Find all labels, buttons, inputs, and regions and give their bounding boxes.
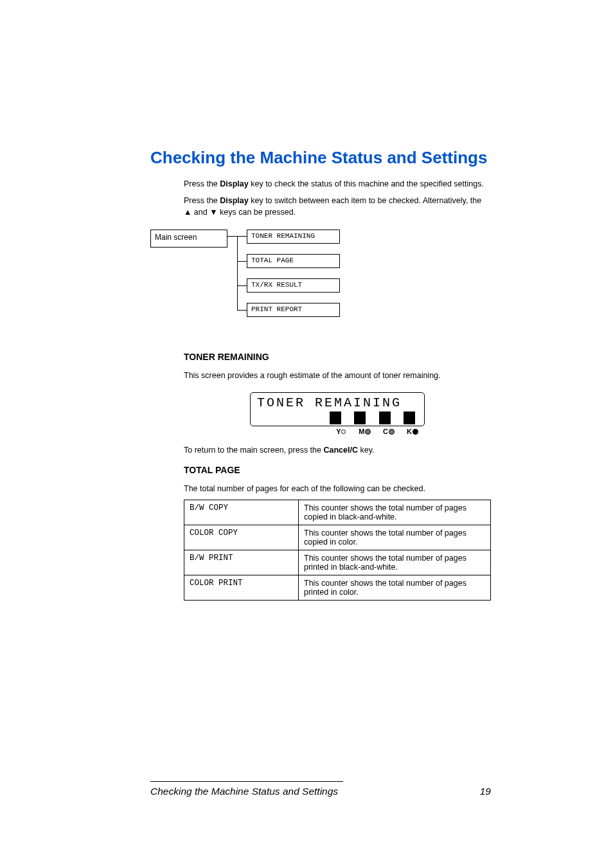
legend-y: Y [330, 428, 352, 435]
toner-bar-y [330, 411, 341, 424]
counter-code: B/W PRINT [184, 550, 299, 575]
return-main-note: To return to the main screen, press the … [184, 444, 491, 456]
counter-code: COLOR PRINT [184, 575, 299, 600]
node-print-report: PRINT REPORT [247, 303, 340, 317]
intro-paragraph-1: Press the Display key to check the statu… [184, 178, 491, 190]
counter-desc: This counter shows the total number of p… [299, 500, 491, 525]
counter-desc: This counter shows the total number of p… [299, 575, 491, 600]
half-circle-icon [365, 429, 371, 435]
main-screen-box: Main screen [150, 230, 227, 248]
total-page-table: B/W COPY This counter shows the total nu… [184, 500, 491, 601]
connector-line [237, 236, 238, 310]
lcd-bars [257, 411, 418, 424]
text: key. [358, 446, 374, 455]
connector-line [237, 285, 247, 286]
table-row: COLOR COPY This counter shows the total … [184, 525, 491, 550]
heading-total-page: TOTAL PAGE [184, 465, 491, 475]
page-footer: Checking the Machine Status and Settings… [150, 781, 491, 797]
text: Press the [184, 196, 220, 205]
menu-tree-diagram: Main screen TONER REMAINING TOTAL PAGE T… [150, 227, 491, 336]
text: key to check the status of this machine … [249, 179, 484, 188]
display-key-label: Display [220, 196, 248, 205]
legend-label: K [407, 428, 412, 435]
display-key-label: Display [220, 179, 248, 188]
heading-toner-remaining: TONER REMAINING [184, 352, 491, 362]
connector-line [237, 261, 247, 262]
total-page-desc: The total number of pages for each of th… [184, 483, 491, 494]
text: To return to the main screen, press the [184, 446, 323, 455]
cancel-key-label: Cancel/C [323, 446, 358, 455]
counter-desc: This counter shows the total number of p… [299, 525, 491, 550]
footer-divider [150, 781, 343, 782]
counter-desc: This counter shows the total number of p… [299, 550, 491, 575]
lcd-text: TONER REMAINING [257, 395, 418, 410]
node-txrx-result: TX/RX RESULT [247, 278, 340, 293]
lcd-display: TONER REMAINING Y M C K [184, 392, 491, 435]
node-toner-remaining: TONER REMAINING [247, 230, 340, 244]
legend-label: C [383, 428, 388, 435]
legend-label: M [359, 428, 364, 435]
footer-title: Checking the Machine Status and Settings [150, 786, 338, 797]
legend-m: M [354, 428, 376, 435]
connector-line [237, 310, 247, 311]
full-circle-icon [413, 429, 418, 435]
counter-code: COLOR COPY [184, 525, 299, 550]
intro-paragraph-2: Press the Display key to switch between … [184, 195, 491, 218]
half-circle-icon [389, 429, 395, 435]
toner-bar-c [379, 411, 391, 424]
counter-code: B/W COPY [184, 500, 299, 525]
text: Press the [184, 179, 220, 188]
legend-k: K [402, 428, 423, 435]
table-row: B/W COPY This counter shows the total nu… [184, 500, 491, 525]
node-total-page: TOTAL PAGE [247, 254, 340, 268]
page-number: 19 [480, 786, 491, 797]
table-row: COLOR PRINT This counter shows the total… [184, 575, 491, 600]
section-title: Checking the Machine Status and Settings [150, 148, 491, 168]
toner-desc: This screen provides a rough estimate of… [184, 370, 491, 381]
toner-bar-k [404, 411, 415, 424]
open-circle-icon [341, 429, 346, 434]
table-row: B/W PRINT This counter shows the total n… [184, 550, 491, 575]
toner-bar-m [354, 411, 366, 424]
legend-label: Y [336, 428, 341, 435]
legend-c: C [378, 428, 400, 435]
